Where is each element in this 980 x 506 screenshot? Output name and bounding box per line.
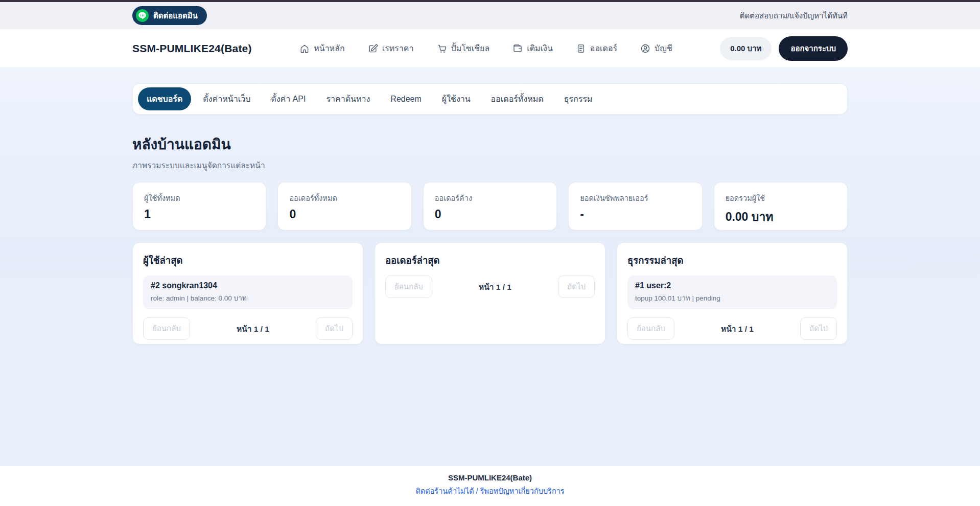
prev-page-button[interactable]: ย้อนกลับ bbox=[143, 317, 190, 340]
panel-title: ธุรกรรมล่าสุด bbox=[627, 253, 837, 268]
tab-dashboard[interactable]: แดชบอร์ด bbox=[138, 87, 191, 110]
admin-tabs-bar: แดชบอร์ด ตั้งค่าหน้าเว็บ ตั้งค่า API ราค… bbox=[132, 83, 848, 114]
panel-title: ออเดอร์ล่าสุด bbox=[385, 253, 595, 268]
logout-button[interactable]: ออกจากระบบ bbox=[779, 36, 848, 61]
pagination: ย้อนกลับ หน้า 1 / 1 ถัดไป bbox=[627, 317, 837, 340]
stat-value: 1 bbox=[144, 208, 254, 221]
nav-item-label: ปั้มโซเชียล bbox=[451, 42, 490, 55]
transaction-entry-name: #1 user:2 bbox=[635, 281, 829, 290]
prev-page-button[interactable]: ย้อนกลับ bbox=[627, 317, 674, 340]
nav-item-label: บัญชี bbox=[655, 42, 672, 55]
nav-item-social-pump[interactable]: ปั้มโซเชียล bbox=[437, 42, 490, 55]
stat-label: ออเดอร์ทั้งหมด bbox=[289, 192, 400, 204]
header-right: 0.00 บาท ออกจากระบบ bbox=[720, 36, 848, 61]
stat-card-user-total-balance: ยอดรวมผู้ใช้ 0.00 บาท bbox=[714, 182, 848, 231]
stat-value: - bbox=[580, 208, 690, 221]
nav-item-home[interactable]: หน้าหลัก bbox=[299, 42, 345, 55]
brand-title[interactable]: SSM-PUMLIKE24(Bate) bbox=[132, 42, 252, 55]
contact-admin-button[interactable]: ติดต่อแอดมิน bbox=[132, 6, 207, 25]
wallet-icon bbox=[512, 43, 523, 54]
nav-item-label: หน้าหลัก bbox=[314, 42, 345, 55]
top-info-bar: ติดต่อแอดมิน ติดต่อสอบถาม/แจ้งปัญหาได้ทั… bbox=[0, 2, 980, 29]
next-page-button[interactable]: ถัดไป bbox=[558, 275, 595, 298]
cart-icon bbox=[437, 43, 447, 54]
panels-row: ผู้ใช้ล่าสุด #2 songkran1304 role: admin… bbox=[132, 242, 848, 344]
user-entry-detail: role: admin | balance: 0.00 บาท bbox=[151, 292, 345, 304]
stat-value: 0.00 บาท bbox=[726, 208, 836, 226]
page-indicator: หน้า 1 / 1 bbox=[721, 323, 754, 335]
home-icon bbox=[299, 43, 310, 54]
footer-report-link[interactable]: ติดต่อร้านค้าไม่ได้ / รีพอทปัญหาเกี่ยวกั… bbox=[415, 485, 564, 497]
stat-label: ยอดเงินซัพพลายเออร์ bbox=[580, 192, 690, 204]
site-footer: SSM-PUMLIKE24(Bate) ติดต่อร้านค้าไม่ได้ … bbox=[0, 466, 980, 506]
balance-badge: 0.00 บาท bbox=[720, 37, 772, 60]
panel-title: ผู้ใช้ล่าสุด bbox=[143, 253, 353, 268]
tab-transactions[interactable]: ธุรกรรม bbox=[555, 87, 601, 110]
stat-value: 0 bbox=[435, 208, 545, 221]
pagination: ย้อนกลับ หน้า 1 / 1 ถัดไป bbox=[143, 317, 353, 340]
stats-row: ผู้ใช้ทั้งหมด 1 ออเดอร์ทั้งหมด 0 ออเดอร์… bbox=[132, 182, 848, 231]
next-page-button[interactable]: ถัดไป bbox=[316, 317, 353, 340]
list-item: #2 songkran1304 role: admin | balance: 0… bbox=[143, 275, 353, 309]
latest-transactions-panel: ธุรกรรมล่าสุด #1 user:2 topup 100.01 บาท… bbox=[617, 242, 848, 344]
next-page-button[interactable]: ถัดไป bbox=[800, 317, 837, 340]
receipt-icon bbox=[576, 43, 586, 54]
footer-brand: SSM-PUMLIKE24(Bate) bbox=[0, 473, 980, 482]
page-title: หลังบ้านแอดมิน bbox=[132, 133, 848, 155]
main-nav: หน้าหลัก เรทราคา ปั้มโซเชียล bbox=[299, 42, 672, 55]
stat-value: 0 bbox=[289, 208, 400, 221]
main-content: แดชบอร์ด ตั้งค่าหน้าเว็บ ตั้งค่า API ราค… bbox=[0, 68, 980, 466]
stat-label: ผู้ใช้ทั้งหมด bbox=[144, 192, 254, 204]
stat-label: ออเดอร์ค้าง bbox=[435, 192, 545, 204]
tab-all-orders[interactable]: ออเดอร์ทั้งหมด bbox=[482, 87, 552, 110]
nav-item-topup[interactable]: เติมเงิน bbox=[512, 42, 553, 55]
prev-page-button[interactable]: ย้อนกลับ bbox=[385, 275, 432, 298]
site-header: SSM-PUMLIKE24(Bate) หน้าหลัก เรทราคา bbox=[0, 29, 980, 68]
page-subtitle: ภาพรวมระบบและเมนูจัดการแต่ละหน้า bbox=[132, 159, 848, 172]
account-icon bbox=[640, 43, 650, 54]
stat-card-total-users: ผู้ใช้ทั้งหมด 1 bbox=[132, 182, 266, 231]
topbar-note: ติดต่อสอบถาม/แจ้งปัญหาได้ทันที bbox=[740, 10, 848, 22]
stat-card-pending-orders: ออเดอร์ค้าง 0 bbox=[423, 182, 557, 231]
tab-web-settings[interactable]: ตั้งค่าหน้าเว็บ bbox=[194, 87, 259, 110]
nav-item-label: เติมเงิน bbox=[527, 42, 553, 55]
stat-card-total-orders: ออเดอร์ทั้งหมด 0 bbox=[277, 182, 411, 231]
list-item: #1 user:2 topup 100.01 บาท | pending bbox=[627, 275, 837, 309]
admin-dashboard-page: ติดต่อแอดมิน ติดต่อสอบถาม/แจ้งปัญหาได้ทั… bbox=[0, 0, 980, 506]
pagination: ย้อนกลับ หน้า 1 / 1 ถัดไป bbox=[385, 275, 595, 298]
page-indicator: หน้า 1 / 1 bbox=[237, 323, 269, 335]
tab-redeem[interactable]: Redeem bbox=[382, 89, 430, 109]
latest-orders-panel: ออเดอร์ล่าสุด ย้อนกลับ หน้า 1 / 1 ถัดไป bbox=[375, 242, 605, 344]
nav-item-orders[interactable]: ออเดอร์ bbox=[576, 42, 617, 55]
edit-icon bbox=[368, 43, 378, 54]
nav-item-account[interactable]: บัญชี bbox=[640, 42, 672, 55]
page-indicator: หน้า 1 / 1 bbox=[479, 281, 511, 293]
contact-admin-label: ติดต่อแอดมิน bbox=[153, 10, 198, 22]
line-app-icon bbox=[136, 9, 149, 22]
nav-item-rates[interactable]: เรทราคา bbox=[368, 42, 414, 55]
tab-source-prices[interactable]: ราคาต้นทาง bbox=[317, 87, 379, 110]
stat-label: ยอดรวมผู้ใช้ bbox=[726, 192, 836, 204]
tab-users[interactable]: ผู้ใช้งาน bbox=[433, 87, 479, 110]
transaction-entry-detail: topup 100.01 บาท | pending bbox=[635, 292, 829, 304]
tab-api-settings[interactable]: ตั้งค่า API bbox=[262, 87, 314, 110]
stat-card-supplier-balance: ยอดเงินซัพพลายเออร์ - bbox=[568, 182, 702, 231]
nav-item-label: ออเดอร์ bbox=[590, 42, 617, 55]
latest-users-panel: ผู้ใช้ล่าสุด #2 songkran1304 role: admin… bbox=[132, 242, 363, 344]
user-entry-name: #2 songkran1304 bbox=[151, 281, 345, 290]
nav-item-label: เรทราคา bbox=[382, 42, 414, 55]
